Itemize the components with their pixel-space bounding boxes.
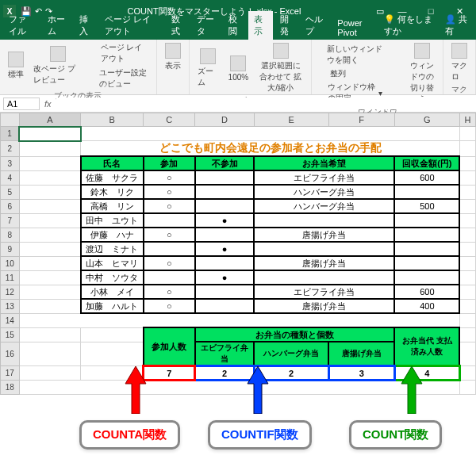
normal-view-button[interactable]: 標準 [5,50,27,82]
tab-view[interactable]: 表示 [248,11,272,40]
tab-data[interactable]: データ [191,11,221,40]
zoom-button[interactable]: ズーム [194,47,222,90]
data-attend[interactable]: ○ [144,170,195,185]
data-absent[interactable] [195,285,254,299]
data-amount[interactable] [394,270,459,285]
sheet-title-cell[interactable]: どこでも町内会遠足の参加者とお弁当の手配 [81,141,460,157]
cell[interactable] [19,299,81,313]
row-header[interactable]: 7 [1,213,20,228]
cell[interactable] [81,127,460,141]
tab-powerpivot[interactable]: Power Pivot [332,16,377,40]
cell[interactable] [19,313,459,327]
data-absent[interactable]: ● [195,270,254,285]
win-opt2[interactable] [390,68,403,79]
cell[interactable] [459,270,475,285]
col-header-H[interactable]: H [459,113,475,127]
cell[interactable] [19,327,81,342]
cell[interactable] [459,185,475,199]
data-bento[interactable]: 唐揚げ弁当 [254,228,394,242]
row-header[interactable]: 14 [1,313,20,327]
cell[interactable] [459,170,475,185]
cell[interactable] [19,199,81,213]
row-header[interactable]: 16 [1,342,20,366]
data-name[interactable]: 高橋 リン [81,199,144,213]
cell[interactable] [459,299,475,313]
sum-ebi-label[interactable]: エビフライ弁当 [195,342,254,366]
newwindow-button[interactable]: 新しいウィンドウを開く [317,43,384,67]
header-attend[interactable]: 参加 [144,156,195,170]
cell[interactable] [459,156,475,170]
data-attend[interactable] [144,213,195,228]
row-header[interactable]: 15 [1,327,20,342]
row-header[interactable]: 13 [1,299,20,313]
cell[interactable] [459,366,475,381]
data-absent[interactable] [195,228,254,242]
cell[interactable] [459,342,475,366]
cell-A1[interactable] [19,127,81,141]
data-bento[interactable]: 唐揚げ弁当 [254,256,394,270]
col-header-F[interactable]: F [328,113,394,127]
row-header[interactable]: 9 [1,242,20,256]
col-header-B[interactable]: B [81,113,144,127]
data-name[interactable]: 佐藤 サクラ [81,170,144,185]
cell[interactable] [459,285,475,299]
tab-help[interactable]: ヘルプ [300,11,330,40]
data-absent[interactable] [195,185,254,199]
sum-karaage-label[interactable]: 唐揚げ弁当 [328,342,394,366]
col-header-D[interactable]: D [195,113,254,127]
tab-review[interactable]: 校閲 [223,11,247,40]
data-name[interactable]: 鈴木 リク [81,185,144,199]
data-absent[interactable] [195,256,254,270]
win-opt3[interactable] [390,80,403,91]
cell[interactable] [459,256,475,270]
row-header[interactable]: 8 [1,228,20,242]
cell[interactable] [459,327,475,342]
share-button[interactable]: 👤 共有 [440,11,473,40]
formula-input[interactable] [56,98,473,109]
col-header-E[interactable]: E [254,113,328,127]
cell[interactable] [19,170,81,185]
data-amount[interactable]: 600 [394,285,459,299]
data-bento[interactable]: ハンバーグ弁当 [254,185,394,199]
fx-icon[interactable]: fx [44,99,52,109]
data-name[interactable]: 伊藤 ハナ [81,228,144,242]
worksheet[interactable]: A B C D E F G H 1 2どこでも町内会遠足の参加者とお弁当の手配 … [0,113,476,395]
tab-pagelayout[interactable]: ページ レイアウト [99,11,163,40]
data-amount[interactable]: 500 [394,199,459,213]
data-amount[interactable] [394,228,459,242]
data-attend[interactable]: ○ [144,228,195,242]
switchwin-button[interactable]: ウィンドウの 切り替え [406,41,438,106]
cell[interactable] [459,141,475,157]
sum-paid-label[interactable]: お弁当代 支払済み人数 [394,327,459,366]
cell[interactable] [459,313,475,327]
cell[interactable] [19,185,81,199]
cell[interactable] [81,327,144,342]
data-absent[interactable] [195,170,254,185]
data-name[interactable]: 田中 ユウト [81,213,144,228]
row-header[interactable]: 4 [1,170,20,185]
data-amount[interactable] [394,185,459,199]
data-amount[interactable]: 600 [394,170,459,185]
cell[interactable] [459,228,475,242]
data-amount[interactable] [394,213,459,228]
data-absent[interactable] [195,299,254,313]
zoomsel-button[interactable]: 選択範囲に合わせて 拡大/縮小 [255,41,306,95]
name-box[interactable] [3,98,40,110]
cell[interactable] [459,199,475,213]
cell[interactable] [19,228,81,242]
row-header[interactable]: 6 [1,199,20,213]
data-name[interactable]: 渡辺 ミナト [81,242,144,256]
data-name[interactable]: 加藤 ハルト [81,299,144,313]
cell[interactable] [81,342,144,366]
data-bento[interactable]: ハンバーグ弁当 [254,199,394,213]
tab-formulas[interactable]: 数式 [166,11,190,40]
data-name[interactable]: 山本 ヒマリ [81,256,144,270]
cell[interactable] [19,270,81,285]
result-counta[interactable]: 7 [144,366,195,381]
cell[interactable] [19,256,81,270]
data-amount[interactable]: 400 [394,299,459,313]
select-all-corner[interactable] [1,113,20,127]
col-header-A[interactable]: A [19,113,81,127]
tellme-search[interactable]: 💡 何をしますか [379,11,437,40]
sum-bento-label[interactable]: お弁当の種類と個数 [195,327,394,342]
